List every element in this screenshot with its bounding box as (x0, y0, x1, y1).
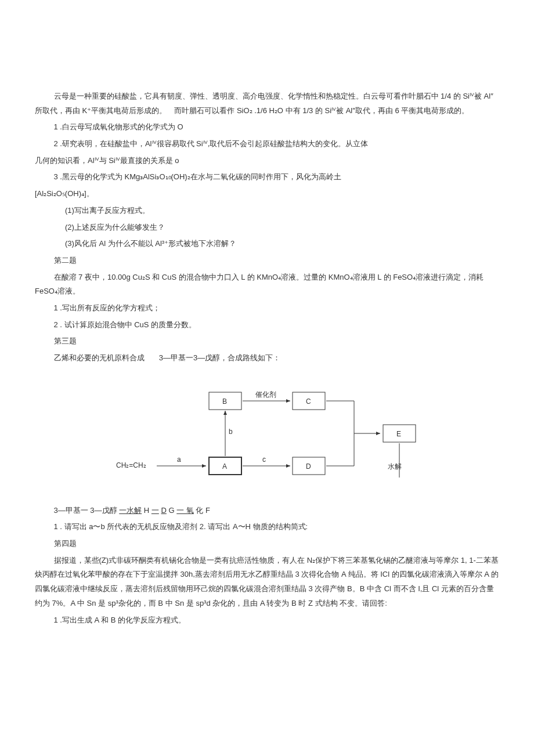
q3-chain-F: F (205, 506, 210, 515)
q4-heading: 第四题 (35, 537, 499, 551)
q4-para: 据报道，某些(Z)式非碳环酮类有机锡化合物是一类有抗癌活性物质，有人在 N₂保护… (35, 554, 499, 611)
diagram-E-text: E (396, 430, 401, 438)
diagram-label-hydro: 水解 (388, 462, 402, 471)
q4-item1: 1 .写出生成 A 和 B 的化学反应方程式。 (35, 613, 499, 628)
q2-item2: 2 . 试计算原始混合物中 CuS 的质量分数。 (35, 318, 499, 332)
q3-item1: 1 . 请写出 a〜b 所代表的无机反应物及溶剂 2. 请写出 A〜H 物质的结… (35, 520, 499, 534)
q3-chain-start: 3—甲基一 3—戊醇 (54, 506, 117, 515)
q3-chain-u2: 一 (151, 506, 159, 515)
q3-chain-u3: 一 氧 (176, 506, 194, 515)
q3-chain-G: G (168, 506, 174, 515)
item-1-3-3: (3)风化后 Al 为什么不能以 Al³⁺形式被地下水溶解？ (35, 237, 499, 251)
diagram-label-cat: 催化剂 (255, 390, 276, 399)
intro-para: 云母是一种重要的硅酸盐，它具有韧度、弹性、透明度、高介电强度、化学惰性和热稳定性… (35, 89, 499, 118)
q2-item1: 1 .写出所有反应的化学方程式； (35, 301, 499, 316)
q3-chain-hua: 化 (196, 506, 203, 515)
diagram-D-text: D (306, 462, 311, 471)
item-1-3-2: (2)上述反应为什么能够发生？ (35, 220, 499, 235)
item-1-2a: 2 .研究表明，在硅酸盐中，Alᴵⱽ很容易取代 Siᴵⱽ,取代后不会引起原硅酸盐… (35, 137, 499, 151)
q3-chain-D: D (161, 506, 166, 515)
synthesis-diagram: CH₂=CH₂ a A b B 催化剂 C c D E (104, 376, 430, 492)
diagram-left-label: CH₂=CH₂ (116, 461, 146, 469)
q3-intro-compound: 3—甲基一3—戊醇，合成路线如下： (159, 353, 280, 362)
diagram-B-text: B (222, 397, 227, 406)
diagram-label-c: c (262, 455, 266, 464)
document-page: 云母是一种重要的硅酸盐，它具有韧度、弹性、透明度、高介电强度、化学惰性和热稳定性… (0, 0, 534, 756)
diagram-A-text: A (222, 462, 227, 471)
q3-heading: 第三题 (35, 334, 499, 349)
item-1-formula: [Al₂Si₂O₅(OH)₄]。 (35, 187, 499, 201)
item-1-3: 3 .黑云母的化学式为 KMg₃AlSi₃O₁₀(OH)₂在水与二氧化碳的同时作… (35, 170, 499, 185)
item-1-1: 1 .白云母写成氧化物形式的化学式为 O (35, 120, 499, 135)
q3-chain-u1: 一水解 (119, 506, 142, 515)
q2-heading: 第二题 (35, 254, 499, 268)
q2-para: 在酸溶 7 夜中，10.00g Cu₂S 和 CuS 的混合物中力口入 L 的 … (35, 270, 499, 299)
q3-intro: 乙烯和必要的无机原料合成 3—甲基一3—戊醇，合成路线如下： (35, 351, 499, 366)
diagram-C-text: C (306, 397, 311, 406)
diagram-label-b: b (229, 428, 233, 436)
q3-intro-text: 乙烯和必要的无机原料合成 (54, 353, 145, 362)
diagram-label-a: a (177, 455, 181, 464)
item-1-3-1: (1)写出离子反应方程式。 (35, 204, 499, 218)
q3-chain-H: H (144, 506, 149, 515)
item-1-2b: 几何的知识看，Alᴵⱽ与 Siᴵⱽ最直接的关系是 o (35, 154, 499, 168)
q3-chain: 3—甲基一 3—戊醇 一水解 H 一 D G 一 氧 化 F (35, 504, 499, 518)
